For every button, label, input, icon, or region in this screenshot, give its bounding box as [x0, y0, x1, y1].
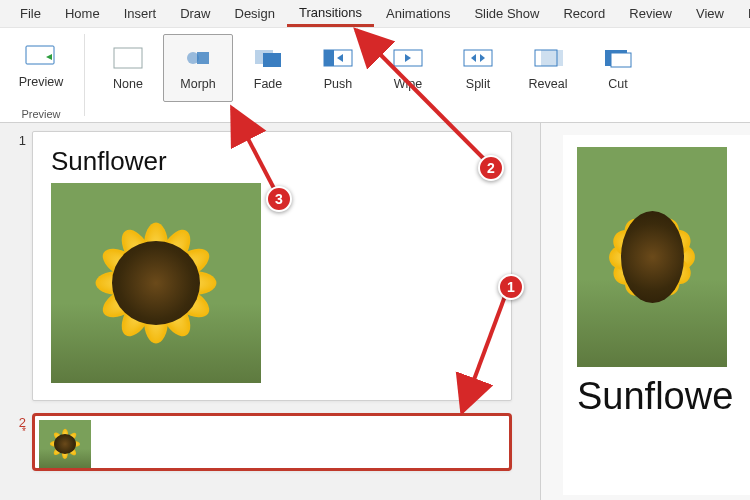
main-slide[interactable]: Sunflowe — [563, 135, 750, 495]
push-icon — [321, 41, 355, 75]
transition-reveal-label: Reveal — [529, 77, 568, 91]
transition-split-label: Split — [466, 77, 490, 91]
menubar: File Home Insert Draw Design Transitions… — [0, 0, 750, 28]
morph-icon — [181, 41, 215, 75]
svg-marker-14 — [480, 54, 485, 62]
svg-rect-8 — [324, 50, 334, 66]
transition-wipe[interactable]: Wipe — [373, 34, 443, 102]
tab-slide-show[interactable]: Slide Show — [462, 2, 551, 25]
tab-transitions[interactable]: Transitions — [287, 1, 374, 27]
reveal-icon — [531, 41, 565, 75]
group-label-preview: Preview — [21, 108, 60, 120]
cut-icon — [601, 41, 635, 75]
transition-push[interactable]: Push — [303, 34, 373, 102]
slide-1-image — [51, 183, 261, 383]
slide-thumb-2-transition-marker: * — [8, 426, 26, 437]
svg-rect-16 — [541, 50, 563, 66]
main-slide-title: Sunflowe — [577, 375, 750, 418]
tab-insert[interactable]: Insert — [112, 2, 169, 25]
svg-rect-6 — [263, 53, 281, 67]
svg-rect-4 — [197, 52, 209, 64]
tab-animations[interactable]: Animations — [374, 2, 462, 25]
transition-fade[interactable]: Fade — [233, 34, 303, 102]
svg-marker-13 — [471, 54, 476, 62]
tab-record[interactable]: Record — [551, 2, 617, 25]
split-icon — [461, 41, 495, 75]
slide-thumb-1-row: 1 Sunflower — [8, 131, 532, 401]
transition-none-label: None — [113, 77, 143, 91]
preview-button[interactable]: Preview — [6, 32, 76, 100]
transition-morph-label: Morph — [180, 77, 215, 91]
tab-review[interactable]: Review — [617, 2, 684, 25]
ribbon-group-preview: Preview Preview — [0, 28, 82, 122]
transition-morph[interactable]: Morph — [163, 34, 233, 102]
none-icon — [111, 41, 145, 75]
ribbon: Preview Preview None Morph Fade Push Wip… — [0, 28, 750, 123]
svg-rect-2 — [114, 48, 142, 68]
transition-push-label: Push — [324, 77, 353, 91]
transition-reveal[interactable]: Reveal — [513, 34, 583, 102]
slide-thumb-1-number: 1 — [8, 131, 26, 401]
svg-rect-12 — [464, 50, 492, 66]
slide-thumb-2[interactable] — [32, 413, 512, 471]
sunflower-graphic-small — [39, 420, 91, 468]
annotation-badge-1: 1 — [498, 274, 524, 300]
tab-draw[interactable]: Draw — [168, 2, 222, 25]
svg-marker-9 — [337, 54, 343, 62]
workspace: 1 Sunflower — [0, 123, 750, 500]
svg-rect-18 — [611, 53, 631, 67]
slide-thumb-1[interactable]: Sunflower — [32, 131, 512, 401]
slide-1-title: Sunflower — [51, 146, 493, 177]
tab-view[interactable]: View — [684, 2, 736, 25]
ribbon-group-transitions: None Morph Fade Push Wipe Split Reveal — [87, 28, 659, 122]
transition-cut-label: Cut — [608, 77, 627, 91]
transition-split[interactable]: Split — [443, 34, 513, 102]
fade-icon — [251, 41, 285, 75]
slide-2-image — [39, 420, 91, 468]
svg-marker-11 — [405, 54, 411, 62]
sunflower-graphic-main — [577, 147, 727, 367]
preview-label: Preview — [19, 75, 63, 89]
svg-rect-0 — [26, 46, 54, 64]
tab-home[interactable]: Home — [53, 2, 112, 25]
main-slide-image — [577, 147, 727, 367]
tab-developer[interactable]: Develo — [736, 2, 750, 25]
transition-wipe-label: Wipe — [394, 77, 422, 91]
wipe-icon — [391, 41, 425, 75]
annotation-badge-2: 2 — [478, 155, 504, 181]
slide-thumb-2-row: 2 * — [8, 413, 532, 471]
main-slide-panel: Sunflowe — [540, 123, 750, 500]
annotation-badge-3: 3 — [266, 186, 292, 212]
slide-thumbnails-panel: 1 Sunflower — [0, 123, 540, 500]
transition-cut[interactable]: Cut — [583, 34, 653, 102]
tab-design[interactable]: Design — [223, 2, 287, 25]
ribbon-separator — [84, 34, 85, 116]
preview-icon — [24, 39, 58, 73]
sunflower-graphic — [51, 183, 261, 383]
transition-fade-label: Fade — [254, 77, 283, 91]
transition-none[interactable]: None — [93, 34, 163, 102]
tab-file[interactable]: File — [8, 2, 53, 25]
